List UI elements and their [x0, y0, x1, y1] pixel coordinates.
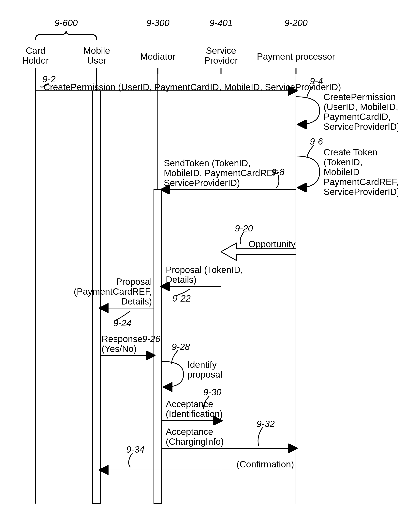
- msg-9-24-l3: Details): [121, 296, 152, 306]
- actor-mobileuser-line2: User: [87, 55, 106, 66]
- msg-9-26-l1: Response: [102, 334, 143, 344]
- msg-9-24-l1: Proposal: [116, 277, 152, 287]
- msg-9-20: Opportunity: [249, 239, 296, 249]
- ref-9-32: 9-32: [256, 419, 275, 429]
- sequence-diagram: 9-600 9-300 9-401 9-200 Card Holder Mobi…: [0, 0, 398, 532]
- actor-ref-9-600: 9-600: [55, 18, 78, 28]
- ref-9-24: 9-24: [113, 318, 131, 328]
- ref-9-8: 9-8: [271, 167, 285, 177]
- actor-provider-line1: Service: [206, 45, 236, 56]
- ref-9-30: 9-30: [203, 387, 221, 397]
- ref-9-6: 9-6: [310, 136, 323, 146]
- actor-ref-9-300: 9-300: [146, 18, 169, 28]
- actor-cardholder-line1: Card: [26, 45, 45, 56]
- msg-9-6-l5: ServiceProviderID): [323, 187, 398, 197]
- msg-9-24-l2: (PaymentCardREF,: [74, 286, 152, 297]
- actor-ref-9-401: 9-401: [209, 18, 233, 28]
- actor-ref-9-200: 9-200: [284, 18, 308, 28]
- msg-9-4-l4: ServiceProviderID): [323, 121, 398, 132]
- msg-9-4-l2: (UserID, MobileID,: [323, 102, 398, 112]
- selfloop-9-6: [296, 156, 320, 188]
- msg-9-28-l2: proposal: [187, 369, 222, 380]
- msg-9-4-l3: PaymentCardID,: [323, 112, 391, 122]
- ref-9-26: 9-26: [142, 334, 160, 344]
- msg-9-6-l2: (TokenID,: [323, 157, 362, 167]
- ref-9-22: 9-22: [173, 293, 191, 304]
- msg-9-8-l2: MobileID, PaymentCardREF,: [164, 168, 280, 178]
- msg-9-32-l2: (ChargingInfo): [166, 437, 224, 447]
- actor-cardholder-line2: Holder: [22, 55, 49, 66]
- msg-9-30-l1: Acceptance: [166, 399, 213, 409]
- activation-mobileuser: [93, 91, 101, 504]
- msg-9-26-l2: (Yes/No): [102, 344, 137, 354]
- msg-9-22-l1: Proposal (TokenID,: [166, 265, 243, 275]
- ref-9-34: 9-34: [126, 444, 144, 455]
- ref-9-28: 9-28: [172, 342, 190, 352]
- msg-9-28-l1: Identify: [187, 359, 217, 370]
- msg-9-34: (Confirmation): [236, 459, 294, 469]
- msg-9-8-l3: ServiceProviderID): [164, 178, 240, 188]
- actor-mobileuser-line1: Mobile: [83, 45, 110, 56]
- msg-9-8-l1: SendToken (TokenID,: [164, 158, 251, 168]
- actor-processor-label: Payment processor: [257, 51, 335, 62]
- msg-9-22-l2: Details): [166, 274, 197, 285]
- msg-9-6-l4: PaymentCardREF,: [323, 177, 398, 187]
- msg-9-6-l1: Create Token: [323, 147, 378, 157]
- ref-9-4: 9-4: [310, 76, 323, 86]
- selfloop-9-28: [162, 361, 184, 387]
- actor-provider-line2: Provider: [204, 55, 238, 66]
- ref-9-20: 9-20: [235, 223, 253, 234]
- brace-9-600: [36, 31, 97, 39]
- msg-9-32-l1: Acceptance: [166, 427, 213, 437]
- actor-mediator-label: Mediator: [140, 51, 176, 62]
- msg-9-4-l1: CreatePermission: [323, 92, 396, 102]
- msg-9-30-l2: (Identification): [166, 409, 223, 419]
- selfloop-9-4: [296, 97, 320, 124]
- msg-9-6-l3: MobileID: [323, 167, 360, 177]
- activation-mediator: [154, 190, 162, 504]
